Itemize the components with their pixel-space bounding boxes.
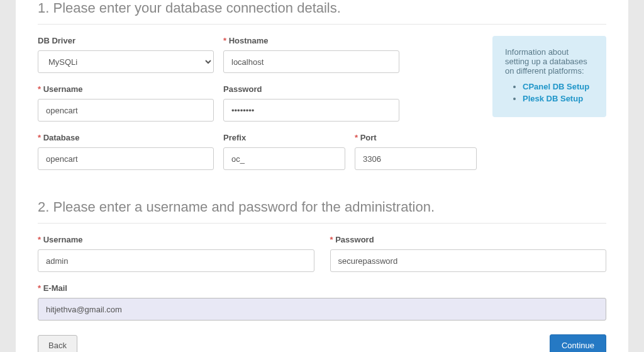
info-box: Information about setting up a databases… bbox=[492, 36, 606, 117]
section1-heading: 1. Please enter your database connection… bbox=[38, 0, 606, 25]
info-links-list: CPanel DB Setup Plesk DB Setup bbox=[505, 82, 594, 103]
database-input[interactable] bbox=[38, 147, 214, 170]
db-password-input[interactable] bbox=[223, 99, 399, 122]
admin-section: 2. Please enter a username and password … bbox=[38, 199, 606, 352]
button-row: Back Continue bbox=[38, 334, 606, 352]
continue-button[interactable]: Continue bbox=[550, 334, 606, 352]
info-text: Information about setting up a databases… bbox=[505, 47, 594, 76]
hostname-input[interactable] bbox=[223, 50, 399, 73]
db-form-area: DB Driver MySQLi Hostname Username Passw… bbox=[38, 36, 477, 181]
admin-username-input[interactable] bbox=[38, 249, 314, 272]
hostname-label: Hostname bbox=[223, 36, 399, 45]
install-form-container: 1. Please enter your database connection… bbox=[16, 0, 628, 352]
db-username-label: Username bbox=[38, 84, 214, 94]
admin-password-input[interactable] bbox=[330, 249, 607, 272]
prefix-group: Prefix bbox=[223, 133, 345, 170]
db-username-group: Username bbox=[38, 84, 214, 122]
admin-username-label: Username bbox=[38, 235, 314, 244]
section2-heading: 2. Please enter a username and password … bbox=[38, 199, 606, 224]
admin-email-label: E-Mail bbox=[38, 283, 606, 293]
prefix-label: Prefix bbox=[223, 133, 345, 142]
db-password-label: Password bbox=[223, 84, 399, 94]
admin-email-group: E-Mail bbox=[38, 283, 606, 321]
db-password-group: Password bbox=[223, 84, 399, 122]
port-label: Port bbox=[355, 133, 477, 142]
db-driver-select[interactable]: MySQLi bbox=[38, 50, 214, 73]
database-label: Database bbox=[38, 133, 214, 142]
admin-password-group: Password bbox=[330, 235, 607, 272]
db-driver-group: DB Driver MySQLi bbox=[38, 36, 214, 73]
admin-password-label: Password bbox=[330, 235, 607, 244]
plesk-link[interactable]: Plesk DB Setup bbox=[523, 94, 583, 103]
db-driver-label: DB Driver bbox=[38, 36, 214, 45]
db-section-row: DB Driver MySQLi Hostname Username Passw… bbox=[38, 36, 606, 181]
admin-username-group: Username bbox=[38, 235, 314, 272]
cpanel-link[interactable]: CPanel DB Setup bbox=[523, 82, 589, 91]
admin-email-input[interactable] bbox=[38, 298, 606, 321]
prefix-input[interactable] bbox=[223, 147, 345, 170]
port-input[interactable] bbox=[355, 147, 477, 170]
back-button[interactable]: Back bbox=[38, 335, 77, 352]
port-group: Port bbox=[355, 133, 477, 170]
database-group: Database bbox=[38, 133, 214, 170]
hostname-group: Hostname bbox=[223, 36, 399, 73]
db-username-input[interactable] bbox=[38, 99, 214, 122]
